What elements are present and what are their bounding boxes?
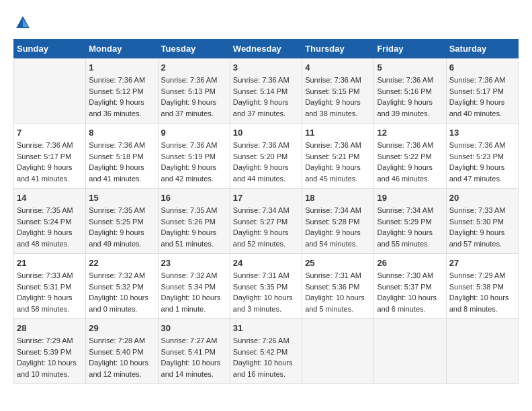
- day-info: Sunrise: 7:34 AMSunset: 5:27 PMDaylight:…: [233, 205, 299, 249]
- weekday-header-sunday: Sunday: [14, 40, 86, 58]
- day-number: 16: [161, 193, 227, 203]
- day-number: 8: [89, 128, 154, 138]
- day-info: Sunrise: 7:29 AMSunset: 5:38 PMDaylight:…: [449, 270, 515, 314]
- day-info: Sunrise: 7:35 AMSunset: 5:24 PMDaylight:…: [17, 205, 83, 249]
- calendar-cell: 13Sunrise: 7:36 AMSunset: 5:23 PMDayligh…: [446, 124, 518, 189]
- day-number: 21: [17, 258, 83, 268]
- day-number: 23: [161, 258, 227, 268]
- day-info: Sunrise: 7:33 AMSunset: 5:31 PMDaylight:…: [17, 270, 83, 314]
- day-info: Sunrise: 7:36 AMSunset: 5:13 PMDaylight:…: [161, 75, 227, 119]
- day-number: 18: [305, 193, 371, 203]
- day-number: 14: [17, 193, 83, 203]
- weekday-header-wednesday: Wednesday: [230, 40, 302, 58]
- day-number: 6: [449, 62, 515, 73]
- calendar-cell: 1Sunrise: 7:36 AMSunset: 5:12 PMDaylight…: [86, 58, 158, 124]
- day-info: Sunrise: 7:36 AMSunset: 5:21 PMDaylight:…: [305, 140, 371, 184]
- calendar-cell: 17Sunrise: 7:34 AMSunset: 5:27 PMDayligh…: [230, 189, 302, 254]
- day-info: Sunrise: 7:35 AMSunset: 5:25 PMDaylight:…: [89, 205, 154, 249]
- calendar-cell: 7Sunrise: 7:36 AMSunset: 5:17 PMDaylight…: [14, 124, 86, 189]
- calendar-week-1: 1Sunrise: 7:36 AMSunset: 5:12 PMDaylight…: [14, 58, 519, 124]
- day-number: 20: [449, 193, 515, 203]
- calendar-cell: 14Sunrise: 7:35 AMSunset: 5:24 PMDayligh…: [14, 189, 86, 254]
- day-number: 27: [449, 258, 515, 268]
- calendar-cell: 26Sunrise: 7:30 AMSunset: 5:37 PMDayligh…: [374, 254, 446, 319]
- calendar-cell: 4Sunrise: 7:36 AMSunset: 5:15 PMDaylight…: [302, 58, 374, 124]
- calendar-cell: 22Sunrise: 7:32 AMSunset: 5:32 PMDayligh…: [86, 254, 158, 319]
- calendar-week-5: 28Sunrise: 7:29 AMSunset: 5:39 PMDayligh…: [14, 319, 519, 384]
- day-number: 31: [233, 323, 299, 333]
- day-number: 17: [233, 193, 299, 203]
- day-info: Sunrise: 7:34 AMSunset: 5:29 PMDaylight:…: [377, 205, 443, 249]
- day-number: 12: [377, 128, 443, 138]
- calendar-week-3: 14Sunrise: 7:35 AMSunset: 5:24 PMDayligh…: [14, 189, 519, 254]
- day-info: Sunrise: 7:36 AMSunset: 5:16 PMDaylight:…: [377, 75, 443, 119]
- day-number: 10: [233, 128, 299, 138]
- day-number: 15: [89, 193, 154, 203]
- calendar-cell: 3Sunrise: 7:36 AMSunset: 5:14 PMDaylight…: [230, 58, 302, 124]
- calendar-cell: 20Sunrise: 7:33 AMSunset: 5:30 PMDayligh…: [446, 189, 518, 254]
- day-number: 30: [161, 323, 227, 333]
- calendar-cell: 2Sunrise: 7:36 AMSunset: 5:13 PMDaylight…: [158, 58, 230, 124]
- calendar-cell: 25Sunrise: 7:31 AMSunset: 5:36 PMDayligh…: [302, 254, 374, 319]
- day-number: 9: [161, 128, 227, 138]
- day-number: 22: [89, 258, 154, 268]
- day-info: Sunrise: 7:36 AMSunset: 5:14 PMDaylight:…: [233, 75, 299, 119]
- day-number: 26: [377, 258, 443, 268]
- calendar-table: SundayMondayTuesdayWednesdayThursdayFrid…: [13, 39, 519, 384]
- day-info: Sunrise: 7:28 AMSunset: 5:40 PMDaylight:…: [89, 335, 154, 379]
- calendar-cell: 16Sunrise: 7:35 AMSunset: 5:26 PMDayligh…: [158, 189, 230, 254]
- day-info: Sunrise: 7:29 AMSunset: 5:39 PMDaylight:…: [17, 335, 83, 379]
- day-info: Sunrise: 7:36 AMSunset: 5:22 PMDaylight:…: [377, 140, 443, 184]
- day-info: Sunrise: 7:31 AMSunset: 5:36 PMDaylight:…: [305, 270, 371, 314]
- day-info: Sunrise: 7:36 AMSunset: 5:17 PMDaylight:…: [17, 140, 83, 184]
- calendar-week-4: 21Sunrise: 7:33 AMSunset: 5:31 PMDayligh…: [14, 254, 519, 319]
- day-info: Sunrise: 7:35 AMSunset: 5:26 PMDaylight:…: [161, 205, 227, 249]
- day-number: 5: [377, 62, 443, 73]
- weekday-header-thursday: Thursday: [302, 40, 374, 58]
- day-number: 11: [305, 128, 371, 138]
- day-info: Sunrise: 7:36 AMSunset: 5:19 PMDaylight:…: [161, 140, 227, 184]
- calendar-cell: [374, 319, 446, 384]
- calendar-cell: [302, 319, 374, 384]
- day-info: Sunrise: 7:36 AMSunset: 5:23 PMDaylight:…: [449, 140, 515, 184]
- day-info: Sunrise: 7:36 AMSunset: 5:15 PMDaylight:…: [305, 75, 371, 119]
- day-info: Sunrise: 7:31 AMSunset: 5:35 PMDaylight:…: [233, 270, 299, 314]
- calendar-cell: 31Sunrise: 7:26 AMSunset: 5:42 PMDayligh…: [230, 319, 302, 384]
- day-number: 19: [377, 193, 443, 203]
- calendar-cell: 10Sunrise: 7:36 AMSunset: 5:20 PMDayligh…: [230, 124, 302, 189]
- page-header: [13, 13, 519, 32]
- day-info: Sunrise: 7:27 AMSunset: 5:41 PMDaylight:…: [161, 335, 227, 379]
- calendar-cell: 18Sunrise: 7:34 AMSunset: 5:28 PMDayligh…: [302, 189, 374, 254]
- weekday-header-monday: Monday: [86, 40, 158, 58]
- day-info: Sunrise: 7:34 AMSunset: 5:28 PMDaylight:…: [305, 205, 371, 249]
- calendar-cell: [14, 58, 86, 124]
- day-info: Sunrise: 7:36 AMSunset: 5:17 PMDaylight:…: [449, 75, 515, 119]
- day-info: Sunrise: 7:33 AMSunset: 5:30 PMDaylight:…: [449, 205, 515, 249]
- day-number: 3: [233, 62, 299, 73]
- day-number: 2: [161, 62, 227, 73]
- logo: [13, 13, 35, 32]
- day-info: Sunrise: 7:32 AMSunset: 5:32 PMDaylight:…: [89, 270, 154, 314]
- weekday-header-tuesday: Tuesday: [158, 40, 230, 58]
- day-info: Sunrise: 7:36 AMSunset: 5:12 PMDaylight:…: [89, 75, 154, 119]
- calendar-cell: 27Sunrise: 7:29 AMSunset: 5:38 PMDayligh…: [446, 254, 518, 319]
- calendar-cell: 11Sunrise: 7:36 AMSunset: 5:21 PMDayligh…: [302, 124, 374, 189]
- day-number: 29: [89, 323, 154, 333]
- calendar-cell: 29Sunrise: 7:28 AMSunset: 5:40 PMDayligh…: [86, 319, 158, 384]
- calendar-cell: 28Sunrise: 7:29 AMSunset: 5:39 PMDayligh…: [14, 319, 86, 384]
- weekday-header-row: SundayMondayTuesdayWednesdayThursdayFrid…: [14, 40, 519, 58]
- day-info: Sunrise: 7:36 AMSunset: 5:18 PMDaylight:…: [89, 140, 154, 184]
- calendar-week-2: 7Sunrise: 7:36 AMSunset: 5:17 PMDaylight…: [14, 124, 519, 189]
- day-number: 24: [233, 258, 299, 268]
- day-info: Sunrise: 7:32 AMSunset: 5:34 PMDaylight:…: [161, 270, 227, 314]
- calendar-cell: 19Sunrise: 7:34 AMSunset: 5:29 PMDayligh…: [374, 189, 446, 254]
- day-number: 1: [89, 62, 154, 73]
- day-number: 13: [449, 128, 515, 138]
- calendar-cell: 8Sunrise: 7:36 AMSunset: 5:18 PMDaylight…: [86, 124, 158, 189]
- day-number: 4: [305, 62, 371, 73]
- weekday-header-saturday: Saturday: [446, 40, 518, 58]
- calendar-cell: [446, 319, 518, 384]
- logo-icon: [13, 13, 32, 32]
- calendar-cell: 12Sunrise: 7:36 AMSunset: 5:22 PMDayligh…: [374, 124, 446, 189]
- calendar-cell: 30Sunrise: 7:27 AMSunset: 5:41 PMDayligh…: [158, 319, 230, 384]
